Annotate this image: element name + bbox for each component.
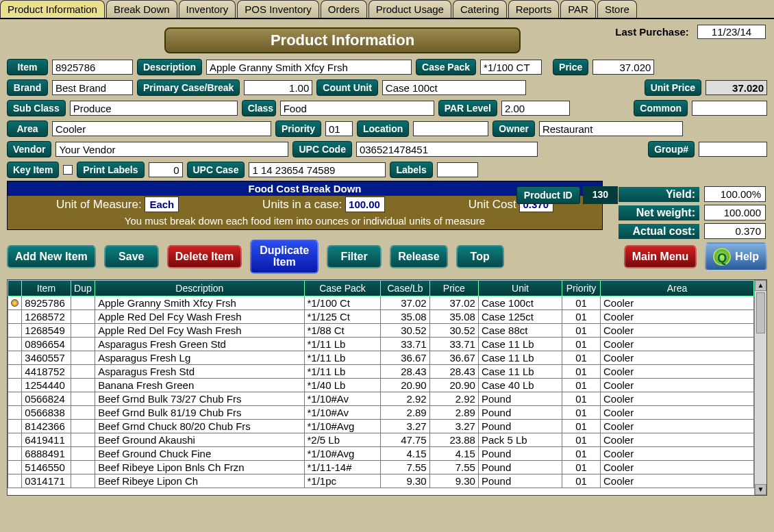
row-selector[interactable] [8,419,22,433]
duplicate-item-button[interactable]: DuplicateItem [250,240,319,274]
labels-button[interactable]: Labels [390,162,432,178]
row-selector[interactable] [8,337,22,351]
primary-cb-field[interactable]: 1.00 [244,80,312,95]
grid-header[interactable]: Description [95,280,304,296]
grid-header[interactable]: Price [429,280,478,296]
common-field[interactable] [692,101,767,116]
print-labels-field[interactable]: 0 [149,162,183,177]
scrollbar[interactable]: ▲ ▼ [754,280,766,495]
table-row[interactable]: 6888491Beef Ground Chuck Fine*1/10#Avg4.… [8,446,754,460]
owner-field[interactable]: Restaurant [539,121,683,136]
scroll-thumb[interactable] [756,292,765,333]
grid-header[interactable]: Unit [478,280,562,296]
table-row[interactable]: 0566838Beef Grnd Bulk 81/19 Chub Frs*1/1… [8,405,754,419]
row-selector[interactable] [8,364,22,378]
table-row[interactable]: 5146550Beef Ribeye Lipon Bnls Ch Frzn*1/… [8,460,754,474]
vendor-field[interactable]: Your Vendor [55,142,288,157]
tab-product-usage[interactable]: Product Usage [369,0,451,18]
row-selector[interactable] [8,392,22,405]
upc-case-label[interactable]: UPC Case [187,162,245,178]
filter-button[interactable]: Filter [327,245,382,268]
table-row[interactable]: 0566824Beef Grnd Bulk 73/27 Chub Frs*1/1… [8,392,754,405]
item-label[interactable]: Item [7,59,48,75]
labels-field[interactable] [437,162,478,177]
tab-product-information[interactable]: Product Information [0,0,105,18]
scroll-up-icon[interactable]: ▲ [755,280,766,291]
grid-header[interactable]: Area [601,280,754,296]
location-field[interactable] [413,121,488,136]
item-field[interactable]: 8925786 [52,60,133,75]
row-selector[interactable] [8,433,22,446]
upc-case-field[interactable]: 1 14 23654 74589 [249,162,386,177]
sub-class-label[interactable]: Sub Class [7,100,66,116]
brand-field[interactable]: Best Brand [52,80,133,95]
table-row[interactable]: 1268572Apple Red Del Fcy Wash Fresh*1/12… [8,309,754,323]
top-button[interactable]: Top [456,245,504,268]
release-button[interactable]: Release [390,245,448,268]
print-labels-label[interactable]: Print Labels [77,162,144,178]
uom-field[interactable]: Each [145,197,179,212]
location-label[interactable]: Location [357,121,409,137]
row-selector[interactable] [8,323,22,337]
par-level-label[interactable]: PAR Level [438,100,497,116]
row-selector[interactable] [8,405,22,419]
grid-header[interactable]: Case/Lb [381,280,429,296]
table-row[interactable]: 0896654Asparagus Fresh Green Std*1/11 Lb… [8,337,754,351]
price-label[interactable]: Price [553,59,588,75]
area-field[interactable]: Cooler [52,121,271,136]
net-weight-value[interactable]: 100.000 [704,205,766,220]
tab-break-down[interactable]: Break Down [106,0,177,18]
grid-header[interactable] [8,280,22,296]
row-selector[interactable] [8,378,22,392]
table-row[interactable]: 4418752Asparagus Fresh Std*1/11 Lb28.432… [8,364,754,378]
priority-label[interactable]: Priority [275,121,321,137]
description-label[interactable]: Description [137,59,202,75]
row-selector[interactable] [8,309,22,323]
table-row[interactable]: 3460557Asparagus Fresh Lg*1/11 Lb36.6736… [8,351,754,364]
actual-cost-value[interactable]: 0.370 [704,223,766,239]
row-selector[interactable] [8,446,22,460]
group-field[interactable] [699,142,767,157]
tab-store[interactable]: Store [597,0,637,18]
grid-header[interactable]: Item [22,280,71,296]
yield-value[interactable]: 100.00% [704,186,766,202]
brand-label[interactable]: Brand [7,79,48,96]
key-item-checkbox[interactable] [63,165,73,175]
area-label[interactable]: Area [7,121,48,137]
table-row[interactable]: 8925786Apple Granny Smith Xfcy Frsh*1/10… [8,296,754,309]
vendor-label[interactable]: Vendor [7,141,51,157]
tab-inventory[interactable]: Inventory [179,0,236,18]
add-new-item-button[interactable]: Add New Item [7,245,96,268]
primary-cb-label[interactable]: Primary Case/Break [137,79,240,96]
sub-class-field[interactable]: Produce [70,101,238,116]
description-field[interactable]: Apple Granny Smith Xfcy Frsh [206,60,412,75]
count-unit-label[interactable]: Count Unit [316,79,378,96]
delete-item-button[interactable]: Delete Item [167,245,242,268]
upc-code-label[interactable]: UPC Code [292,141,351,157]
uic-field[interactable]: 100.00 [345,197,385,212]
row-selector[interactable] [8,296,22,309]
count-unit-field[interactable]: Case 100ct [382,80,526,95]
scroll-down-icon[interactable]: ▼ [755,484,766,495]
par-level-field[interactable]: 2.00 [501,101,570,116]
row-selector[interactable] [8,474,22,487]
help-button[interactable]: QHelp [705,242,767,271]
grid-header[interactable]: Case Pack [304,280,381,296]
owner-label[interactable]: Owner [492,121,535,137]
price-field[interactable]: 37.020 [592,60,654,75]
table-row[interactable]: 1254440Banana Fresh Green*1/40 Lb20.9020… [8,378,754,392]
tab-catering[interactable]: Catering [453,0,507,18]
table-row[interactable]: 0314171Beef Ribeye Lipon Ch*1/1pc9.309.3… [8,474,754,487]
class-field[interactable]: Food [280,101,434,116]
row-selector[interactable] [8,460,22,474]
key-item-label[interactable]: Key Item [7,162,59,178]
table-row[interactable]: 1268549Apple Red Del Fcy Wash Fresh*1/88… [8,323,754,337]
row-selector[interactable] [8,351,22,364]
case-pack-field[interactable]: *1/100 CT [480,60,542,75]
tab-reports[interactable]: Reports [508,0,560,18]
save-button[interactable]: Save [104,245,159,268]
unit-price-label[interactable]: Unit Price [645,79,701,96]
case-pack-label[interactable]: Case Pack [416,59,476,75]
upc-code-field[interactable]: 036521478451 [356,142,538,157]
main-menu-button[interactable]: Main Menu [624,245,697,268]
